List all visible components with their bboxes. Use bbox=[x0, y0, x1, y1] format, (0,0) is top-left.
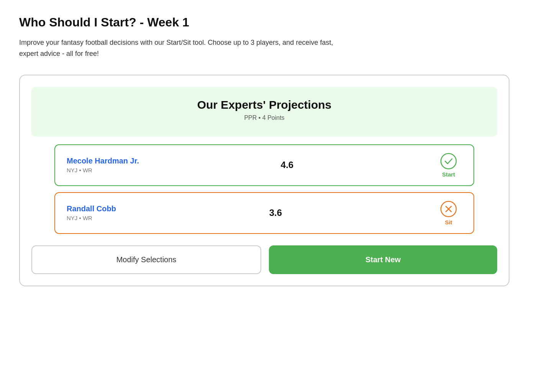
player-info-1: Mecole Hardman Jr. NYJ • WR bbox=[67, 157, 139, 173]
player-name-2: Randall Cobb bbox=[67, 204, 116, 213]
start-new-button[interactable]: Start New bbox=[269, 245, 497, 274]
projections-header: Our Experts' Projections PPR • 4 Points bbox=[31, 87, 497, 137]
modify-selections-button[interactable]: Modify Selections bbox=[31, 245, 261, 274]
main-card: Our Experts' Projections PPR • 4 Points … bbox=[19, 75, 509, 286]
player-recommendation-1: Start bbox=[435, 153, 462, 178]
players-list: Mecole Hardman Jr. NYJ • WR 4.6 Start Ra… bbox=[31, 144, 497, 234]
player-info-2: Randall Cobb NYJ • WR bbox=[67, 204, 116, 221]
projections-title: Our Experts' Projections bbox=[47, 98, 482, 111]
start-check-icon bbox=[440, 153, 457, 170]
player-score-1: 4.6 bbox=[281, 160, 293, 170]
sit-x-icon bbox=[440, 201, 457, 217]
sit-label: Sit bbox=[445, 219, 452, 225]
action-buttons: Modify Selections Start New bbox=[31, 245, 497, 274]
player-meta-2: NYJ • WR bbox=[67, 215, 116, 221]
player-name-1: Mecole Hardman Jr. bbox=[67, 157, 139, 165]
player-card-sit: Randall Cobb NYJ • WR 3.6 Sit bbox=[54, 192, 474, 234]
player-recommendation-2: Sit bbox=[435, 201, 462, 225]
player-card-start: Mecole Hardman Jr. NYJ • WR 4.6 Start bbox=[54, 144, 474, 186]
svg-point-0 bbox=[441, 154, 456, 169]
page-description: Improve your fantasy football decisions … bbox=[19, 37, 349, 59]
start-label: Start bbox=[442, 171, 455, 178]
player-meta-1: NYJ • WR bbox=[67, 167, 139, 173]
projections-subtitle: PPR • 4 Points bbox=[47, 114, 482, 121]
page-title: Who Should I Start? - Week 1 bbox=[19, 15, 528, 29]
player-score-2: 3.6 bbox=[269, 207, 282, 218]
